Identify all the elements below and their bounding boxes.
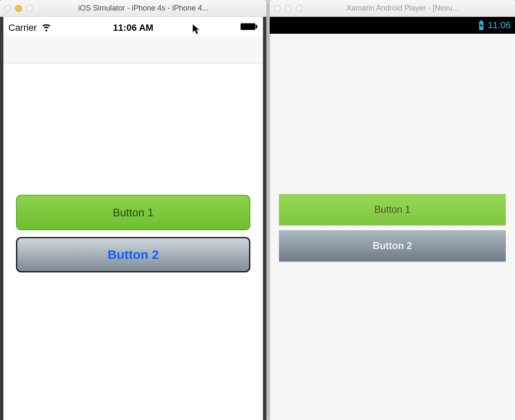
svg-rect-3 <box>480 20 482 22</box>
android-window-title: Xamarin Android Player - [Nexu... <box>307 4 511 13</box>
zoom-window-icon[interactable] <box>296 5 303 12</box>
carrier-label: Carrier <box>8 22 37 33</box>
android-status-bar: 11:06 <box>270 17 515 34</box>
close-window-icon[interactable] <box>4 5 11 12</box>
svg-rect-0 <box>241 23 255 30</box>
ios-simulator-window: iOS Simulator - iPhone 4s - iPhone 4... … <box>0 0 266 420</box>
android-player-window: Xamarin Android Player - [Nexu... 11:06 … <box>270 0 515 420</box>
ios-simulator-screen: Carrier 11:06 AM Button 1 Button 2 <box>0 17 266 420</box>
battery-charging-icon <box>478 20 484 30</box>
ios-window-titlebar[interactable]: iOS Simulator - iPhone 4s - iPhone 4... <box>0 0 266 17</box>
svg-rect-1 <box>256 25 258 29</box>
close-window-icon[interactable] <box>274 5 281 12</box>
traffic-lights <box>4 5 33 12</box>
android-window-titlebar[interactable]: Xamarin Android Player - [Nexu... <box>270 0 515 17</box>
button-1[interactable]: Button 1 <box>279 194 506 225</box>
button-1[interactable]: Button 1 <box>16 195 250 230</box>
minimize-window-icon[interactable] <box>285 5 292 12</box>
zoom-window-icon[interactable] <box>26 5 33 12</box>
ios-window-title: iOS Simulator - iPhone 4s - iPhone 4... <box>37 4 262 13</box>
android-clock-label: 11:06 <box>488 20 511 31</box>
minimize-window-icon[interactable] <box>15 5 22 12</box>
ios-status-bar: Carrier 11:06 AM <box>3 19 263 36</box>
wifi-icon <box>41 21 52 35</box>
button-2[interactable]: Button 2 <box>279 230 506 261</box>
android-app-content: Button 1 Button 2 <box>270 194 515 261</box>
ios-app-content: Button 1 Button 2 <box>3 64 263 420</box>
ios-clock-label: 11:06 AM <box>91 22 174 33</box>
android-simulator-screen: 11:06 Button 1 Button 2 <box>270 17 515 420</box>
traffic-lights <box>274 5 303 12</box>
battery-icon <box>240 22 258 33</box>
button-2[interactable]: Button 2 <box>16 237 250 272</box>
ios-navigation-bar <box>3 36 263 63</box>
